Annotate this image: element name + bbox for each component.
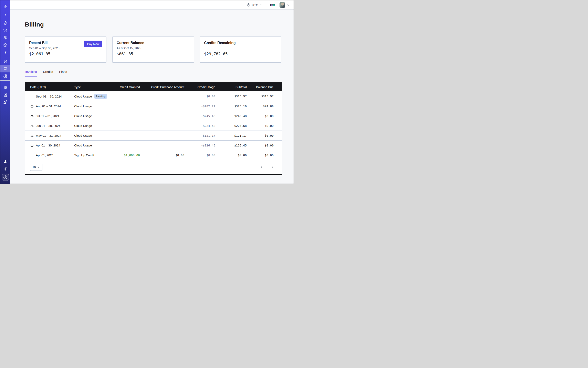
invoice-date: Aug 01 – 31, 2024 <box>36 104 61 108</box>
billing-card-icon <box>3 67 7 71</box>
sidebar-item-billing[interactable] <box>0 65 10 73</box>
arrow-left-icon <box>260 165 264 169</box>
tab-credits[interactable]: Credits <box>43 68 54 76</box>
invoice-type: Cloud Usage <box>74 144 92 147</box>
sun-icon <box>3 167 7 171</box>
download-invoice-button[interactable] <box>30 104 34 108</box>
status-badge: Pending <box>94 94 108 99</box>
card-subtitle: As of Oct 15, 2025 <box>117 46 190 50</box>
helm-wheel-icon <box>3 85 7 90</box>
next-page-button[interactable] <box>270 165 274 170</box>
sidebar-item-getting-started[interactable] <box>0 99 10 106</box>
current-balance-amount: $861.35 <box>117 51 190 56</box>
col-credit-usage: Credit Usage <box>184 85 215 89</box>
balance-due-value: $315.97 <box>247 95 282 98</box>
user-menu[interactable] <box>280 2 290 8</box>
col-date: Date (UTC) <box>25 85 74 89</box>
balance-due-value: $0.00 <box>247 134 282 137</box>
gauge-icon <box>3 59 7 64</box>
invoice-date: Jul 01 – 31, 2024 <box>36 114 59 118</box>
credit-granted-value: $1,000.00 <box>119 154 140 157</box>
download-slot-empty <box>30 153 34 157</box>
credit-usage-value: -$126.45 <box>184 144 215 147</box>
timezone-label: UTC <box>252 3 258 7</box>
page-size-value: 10 <box>32 166 36 169</box>
invoice-type: Sign Up Credit <box>74 153 94 157</box>
sidebar-item-credits[interactable] <box>2 174 9 181</box>
history-timer-icon <box>3 28 7 32</box>
col-balance-due: Balance Due <box>247 85 282 89</box>
main-area: UTC Billing Recent Bill Sep <box>10 0 294 184</box>
orbit-logo-icon <box>3 5 7 9</box>
prev-page-button[interactable] <box>260 165 265 170</box>
tab-plans[interactable]: Plans <box>59 68 67 76</box>
avatar <box>280 2 285 8</box>
sidebar-item-settings[interactable] <box>0 73 10 80</box>
summary-cards: Recent Bill Sep 01 – Sep 30, 2025 $2,061… <box>25 37 292 63</box>
clock-icon <box>247 3 250 7</box>
sidebar-collapse-toggle[interactable] <box>0 11 10 18</box>
sidebar-item-asterisk[interactable] <box>0 49 10 56</box>
table-row: Jun 01 – 30, 2024Cloud Usage-$224.68$224… <box>25 121 282 130</box>
rocket-icon <box>3 100 7 104</box>
download-invoice-button[interactable] <box>30 124 34 128</box>
gear-icon <box>3 74 7 78</box>
invoice-type: Cloud Usage <box>74 114 92 118</box>
sidebar-item-theme[interactable] <box>0 165 10 173</box>
invoice-date: Sept 01 – 30, 2024 <box>36 95 62 98</box>
invoice-type: Cloud Usage <box>74 104 92 108</box>
table-footer: 10 <box>25 160 282 174</box>
sidebar-item-observe[interactable] <box>0 19 10 27</box>
sidebar-divider <box>0 80 10 81</box>
table-row: Jul 01 – 31, 2024Cloud Usage-$245.48$245… <box>25 111 282 121</box>
subtotal-value: $126.45 <box>215 144 247 147</box>
sidebar-item-history[interactable] <box>0 27 10 34</box>
invoice-type: Cloud Usage <box>74 95 92 98</box>
chevron-down-icon <box>260 3 262 7</box>
app-window: UTC Billing Recent Bill Sep <box>0 0 294 184</box>
recent-bill-card: Recent Bill Sep 01 – Sep 30, 2025 $2,061… <box>25 37 106 63</box>
sidebar-item-layers[interactable] <box>0 34 10 41</box>
table-row: Sept 01 – 30, 2024Cloud UsagePending$0.0… <box>25 91 282 101</box>
sidebar-item-docs[interactable] <box>0 91 10 99</box>
sidebar-item-cube[interactable] <box>0 41 10 49</box>
download-invoice-button[interactable] <box>30 144 34 147</box>
pay-now-button[interactable]: Pay Now <box>84 41 102 47</box>
chevron-down-icon <box>37 166 40 169</box>
sidebar-item-labs[interactable] <box>0 158 10 165</box>
credit-purchase-value: $0.00 <box>140 154 184 157</box>
layers-icon <box>3 36 7 40</box>
sidebar-item-helm[interactable] <box>0 84 10 91</box>
sidebar-item-usage[interactable] <box>0 58 10 65</box>
chevron-right-icon <box>3 13 7 17</box>
chevron-down-icon <box>287 3 290 7</box>
download-icon <box>30 114 34 118</box>
tab-invoices[interactable]: Invoices <box>25 68 37 76</box>
sidebar-item-logo[interactable] <box>0 3 10 10</box>
page-size-select[interactable]: 10 <box>30 164 42 171</box>
balance-due-value: $0.00 <box>247 154 282 157</box>
download-invoice-button[interactable] <box>30 134 34 138</box>
3d-glasses-icon[interactable] <box>270 3 275 7</box>
col-credit-granted: Credit Granted <box>119 85 140 89</box>
credit-usage-value: $0.00 <box>184 154 215 157</box>
subtotal-value: $245.48 <box>215 114 247 118</box>
timezone-selector[interactable]: UTC <box>247 3 262 7</box>
balance-due-value: $42.88 <box>247 105 282 108</box>
balance-due-value: $0.00 <box>247 124 282 128</box>
download-invoice-button[interactable] <box>30 114 34 118</box>
credit-usage-value: -$121.17 <box>184 134 215 137</box>
invoice-date: Jun 01 – 30, 2024 <box>36 124 60 128</box>
credit-usage-value: -$224.68 <box>184 124 215 128</box>
credit-usage-value: $0.00 <box>184 95 215 98</box>
sidebar <box>0 0 10 184</box>
asterisk-icon <box>3 50 7 55</box>
invoice-date: Apr 01, 2024 <box>36 153 54 157</box>
content: Billing Recent Bill Sep 01 – Sep 30, 202… <box>10 9 292 175</box>
download-icon <box>30 134 34 138</box>
credits-remaining-card: Credits Remaining $29,782.65 <box>200 37 281 63</box>
credits-remaining-amount: $29,782.65 <box>204 51 277 56</box>
subtotal-value: $0.00 <box>215 154 247 157</box>
download-icon <box>30 144 34 147</box>
cube-icon <box>3 43 7 47</box>
